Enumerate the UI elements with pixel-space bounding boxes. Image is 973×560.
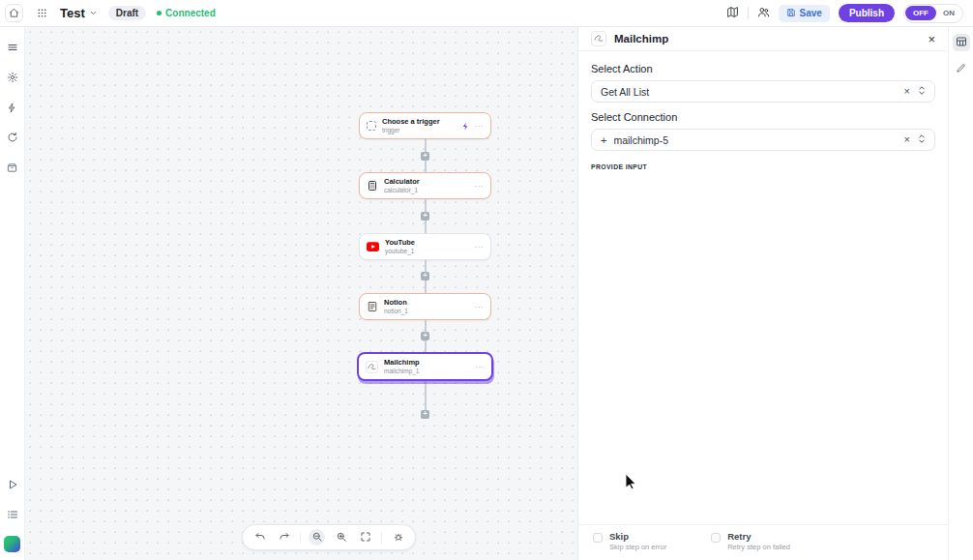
skip-description: Skip step on error	[609, 543, 666, 551]
add-connection-icon[interactable]: +	[601, 134, 606, 146]
lightning-icon	[7, 100, 17, 117]
topbar-actions: Save Publish OFF ON	[726, 4, 973, 23]
connection-value: mailchimp-5	[613, 134, 668, 146]
collaborators-button[interactable]	[757, 5, 770, 22]
node-subtitle: notion_1	[384, 308, 408, 315]
run-button[interactable]	[7, 477, 18, 494]
node-subtitle: calculator_1	[384, 187, 420, 194]
select-connection-label: Select Connection	[591, 111, 935, 123]
add-step-button[interactable]: +	[421, 152, 429, 161]
right-sidebar	[948, 27, 973, 560]
undo-button[interactable]	[251, 529, 268, 545]
node-subtitle: youtube_1	[385, 248, 415, 255]
youtube-icon	[367, 242, 379, 251]
retry-label: Retry	[727, 531, 790, 543]
settings-button[interactable]	[7, 70, 18, 87]
pencil-icon	[956, 60, 966, 77]
flows-button[interactable]	[7, 100, 17, 117]
save-button[interactable]: Save	[779, 5, 830, 22]
zoom-out-icon	[311, 529, 323, 546]
node-menu-button[interactable]: ···	[476, 363, 486, 371]
calculator-icon	[367, 180, 378, 192]
connection-select[interactable]: + mailchimp-5 ×	[591, 129, 935, 151]
flow-enabled-toggle[interactable]: OFF ON	[903, 4, 963, 23]
fit-view-button[interactable]	[357, 529, 373, 545]
left-sidebar-bottom	[4, 477, 20, 552]
publish-button[interactable]: Publish	[839, 4, 895, 22]
debug-button[interactable]	[390, 529, 406, 545]
mailchimp-icon	[591, 31, 606, 46]
node-youtube[interactable]: YouTube youtube_1 ···	[359, 233, 491, 260]
retry-checkbox[interactable]	[711, 533, 721, 543]
clear-icon[interactable]: ×	[904, 134, 910, 145]
notion-icon	[367, 301, 378, 312]
node-calculator[interactable]: Calculator calculator_1 ···	[359, 172, 491, 199]
draft-badge: Draft	[108, 6, 146, 20]
toggle-off[interactable]: OFF	[905, 6, 936, 20]
skip-option: Skip Skip step on error	[593, 531, 666, 551]
fit-view-icon	[360, 529, 371, 546]
redo-button[interactable]	[276, 529, 292, 545]
toggle-on[interactable]: ON	[936, 6, 961, 20]
node-trigger[interactable]: Choose a trigger trigger ···	[359, 112, 491, 139]
node-mailchimp[interactable]: Mailchimp mailchimp_1 ···	[357, 352, 493, 381]
node-menu-button[interactable]: ···	[475, 303, 485, 311]
app-grid-button[interactable]	[37, 5, 47, 22]
mailchimp-icon	[366, 361, 378, 373]
add-step-button[interactable]: +	[421, 332, 429, 340]
add-step-button[interactable]: +	[421, 212, 429, 221]
status-label: Connected	[165, 8, 216, 18]
skip-label: Skip	[609, 531, 666, 543]
map-button[interactable]	[726, 5, 739, 22]
zoom-in-icon	[336, 529, 347, 546]
divider	[381, 532, 382, 544]
action-value: Get All List	[601, 86, 649, 98]
panel-title: Mailchimp	[614, 33, 668, 44]
bug-icon	[393, 529, 404, 546]
user-avatar[interactable]	[4, 536, 20, 552]
step-settings-panel: Mailchimp × Select Action Get All List ×…	[577, 27, 948, 560]
zoom-out-button[interactable]	[309, 529, 325, 545]
node-menu-button[interactable]: ···	[475, 243, 485, 251]
node-menu-button[interactable]: ···	[475, 122, 485, 131]
package-icon	[7, 160, 17, 177]
chevron-down-icon[interactable]	[89, 9, 98, 17]
save-label: Save	[800, 8, 822, 18]
add-step-button[interactable]: +	[421, 272, 429, 280]
flow-canvas[interactable]: + + + + + Choose a trigger trigger ··· C…	[25, 27, 577, 560]
node-title: Notion	[384, 298, 408, 308]
left-sidebar	[0, 27, 25, 560]
menu-button[interactable]	[7, 40, 18, 57]
clear-icon[interactable]: ×	[904, 86, 910, 97]
history-icon	[7, 130, 18, 147]
skip-checkbox[interactable]	[593, 533, 603, 543]
history-button[interactable]	[7, 130, 18, 147]
redo-icon	[279, 529, 290, 546]
node-title: Mailchimp	[384, 358, 420, 368]
packages-button[interactable]	[7, 160, 17, 177]
edit-button[interactable]	[956, 60, 966, 77]
edge-connector	[425, 381, 427, 410]
node-subtitle: mailchimp_1	[384, 368, 420, 375]
node-title: YouTube	[385, 238, 415, 248]
home-button[interactable]	[5, 4, 23, 22]
logs-button[interactable]	[7, 507, 18, 524]
panel-footer: Skip Skip step on error Retry Retry step…	[578, 524, 948, 560]
node-menu-button[interactable]: ···	[475, 182, 485, 191]
node-notion[interactable]: Notion notion_1 ···	[359, 293, 491, 320]
retry-description: Retry step on failed	[727, 543, 790, 551]
map-icon	[726, 5, 739, 22]
panel-body: Select Action Get All List × Select Conn…	[578, 51, 948, 177]
close-icon[interactable]: ×	[928, 33, 935, 45]
data-table-button[interactable]	[953, 34, 970, 51]
table-icon	[956, 34, 967, 51]
add-step-button[interactable]: +	[421, 410, 429, 419]
flow-title[interactable]: Test	[60, 6, 85, 20]
action-select[interactable]: Get All List ×	[591, 80, 935, 103]
node-subtitle: trigger	[382, 127, 440, 134]
node-title: Calculator	[384, 177, 420, 187]
play-icon	[7, 477, 18, 494]
retry-option: Retry Retry step on failed	[711, 531, 790, 551]
divider	[300, 532, 301, 544]
zoom-in-button[interactable]	[333, 529, 349, 545]
